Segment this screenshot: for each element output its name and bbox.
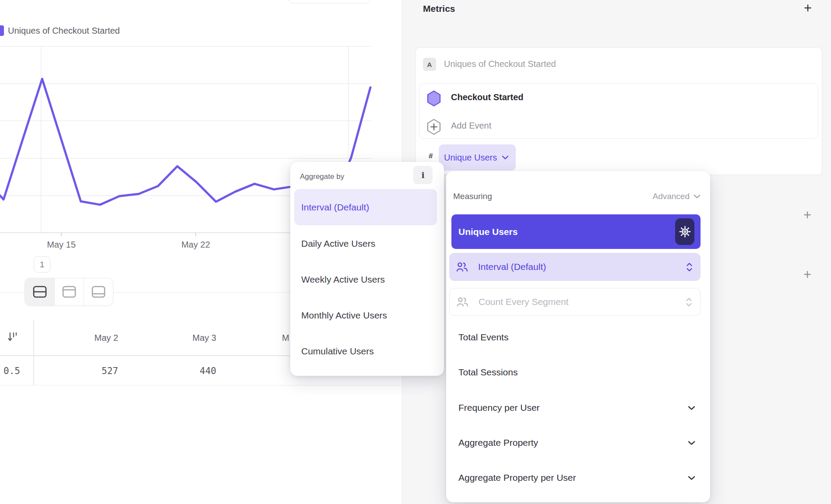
option-label: Aggregate Property per User bbox=[458, 472, 576, 483]
table-header-cell[interactable]: May 2 bbox=[33, 329, 131, 346]
chevron-down-icon bbox=[694, 194, 701, 199]
table-cell: 440 bbox=[131, 362, 229, 380]
aggregate-by-dropdown: Aggregate by i Interval (Default) Daily … bbox=[290, 162, 444, 376]
table-cell: 527 bbox=[33, 362, 131, 380]
split-horizontal-icon bbox=[32, 285, 47, 298]
add-event-hexagon-icon[interactable] bbox=[426, 119, 441, 135]
sort-descending-icon[interactable] bbox=[7, 331, 19, 343]
measuring-panel: Measuring Advanced Unique Users bbox=[446, 171, 710, 502]
advanced-toggle[interactable]: Advanced bbox=[652, 192, 701, 201]
option-total-events[interactable]: Total Events bbox=[458, 331, 695, 343]
info-icon[interactable]: i bbox=[413, 166, 433, 184]
menu-item-daily-active-users[interactable]: Daily Active Users bbox=[301, 238, 375, 249]
option-label: Aggregate Property bbox=[458, 438, 538, 448]
chart-legend[interactable]: Uniques of Checkout Started bbox=[0, 25, 120, 36]
option-label: Frequency per User bbox=[458, 402, 540, 413]
measure-prefix: # bbox=[429, 152, 433, 161]
legend-swatch bbox=[0, 25, 4, 36]
advanced-label: Advanced bbox=[652, 192, 690, 201]
layout-chart-only-button[interactable] bbox=[54, 278, 84, 305]
event-name[interactable]: Checkout Started bbox=[451, 92, 524, 102]
insights-report-view: Uniques of Checkout Started May 15 May 2… bbox=[0, 0, 831, 504]
option-interval-default[interactable]: Interval (Default) bbox=[449, 253, 701, 281]
option-aggregate-property-per-user[interactable]: Aggregate Property per User bbox=[458, 472, 695, 484]
option-label: Total Sessions bbox=[458, 367, 518, 378]
table-row-label: 0.5 bbox=[0, 362, 33, 380]
add-breakdown-icon[interactable]: + bbox=[803, 268, 811, 281]
chevron-up-down-icon bbox=[686, 262, 693, 272]
metric-name[interactable]: Uniques of Checkout Started bbox=[444, 59, 556, 69]
option-aggregate-property[interactable]: Aggregate Property bbox=[458, 437, 695, 449]
metrics-section-title: Metrics bbox=[423, 4, 455, 14]
metric-letter-badge: A bbox=[423, 58, 436, 71]
layout-toggle-group bbox=[25, 278, 113, 306]
menu-item-cumulative-users[interactable]: Cumulative Users bbox=[301, 346, 374, 357]
option-count-every-segment[interactable]: Count Every Segment bbox=[449, 288, 701, 316]
bottom-panel-icon bbox=[91, 285, 106, 298]
menu-item-interval-default[interactable]: Interval (Default) bbox=[294, 189, 437, 225]
chevron-down-icon bbox=[688, 441, 695, 445]
option-label: Unique Users bbox=[458, 227, 518, 237]
settings-button[interactable] bbox=[675, 218, 694, 245]
option-frequency-per-user[interactable]: Frequency per User bbox=[458, 402, 695, 414]
option-label: Interval (Default) bbox=[478, 262, 686, 272]
chart-axis-ticks bbox=[61, 233, 196, 236]
layout-table-only-button[interactable] bbox=[84, 278, 113, 305]
chevron-down-icon bbox=[688, 476, 695, 480]
event-hexagon-icon bbox=[426, 90, 441, 107]
legend-label: Uniques of Checkout Started bbox=[8, 26, 120, 36]
unique-users-chip[interactable]: Unique Users bbox=[439, 144, 516, 171]
page-number-badge[interactable]: 1 bbox=[34, 256, 50, 273]
add-filter-icon[interactable]: + bbox=[803, 209, 811, 222]
option-total-sessions[interactable]: Total Sessions bbox=[458, 366, 695, 378]
table-header-cell[interactable]: May 3 bbox=[131, 329, 229, 346]
chip-label: Unique Users bbox=[444, 153, 497, 163]
menu-item-weekly-active-users[interactable]: Weekly Active Users bbox=[301, 274, 385, 285]
toolbar-pill-partial[interactable] bbox=[288, 0, 371, 4]
menu-item-label: Interval (Default) bbox=[301, 202, 369, 213]
chevron-down-icon bbox=[502, 155, 509, 160]
menu-item-monthly-active-users[interactable]: Monthly Active Users bbox=[301, 310, 387, 321]
aggregate-by-title: Aggregate by bbox=[300, 172, 344, 181]
layout-split-button[interactable] bbox=[25, 278, 54, 305]
chevron-down-icon bbox=[688, 406, 695, 410]
add-event-label[interactable]: Add Event bbox=[451, 121, 491, 131]
gear-icon bbox=[679, 226, 691, 238]
measuring-title: Measuring bbox=[453, 192, 492, 201]
top-panel-icon bbox=[62, 285, 77, 298]
users-icon bbox=[457, 297, 468, 307]
table-row-border bbox=[0, 385, 401, 385]
option-label: Total Events bbox=[458, 332, 508, 343]
option-unique-users-selected[interactable]: Unique Users bbox=[451, 214, 701, 249]
option-label: Count Every Segment bbox=[479, 297, 686, 307]
chevron-up-down-icon bbox=[686, 298, 692, 307]
users-icon bbox=[456, 262, 468, 272]
add-metric-icon[interactable]: + bbox=[804, 2, 812, 15]
